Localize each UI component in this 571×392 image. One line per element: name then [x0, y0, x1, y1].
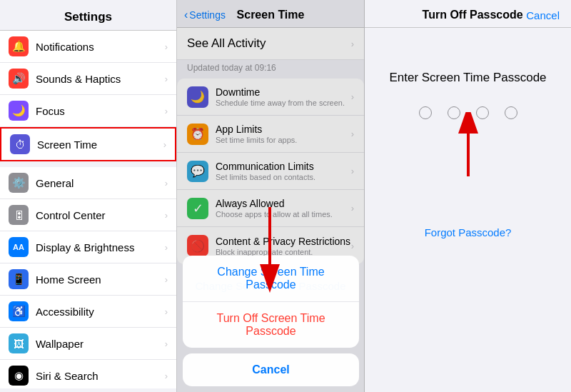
settings-item-display[interactable]: AA Display & Brightness ›: [0, 231, 176, 263]
sounds-label: Sounds & Haptics: [36, 73, 165, 85]
settings-item-accessibility[interactable]: ♿ Accessibility ›: [0, 296, 176, 328]
focus-icon: 🌙: [9, 101, 29, 121]
display-chevron: ›: [165, 242, 168, 253]
siri-chevron: ›: [165, 371, 168, 381]
turnoff-cancel-button[interactable]: Cancel: [526, 9, 560, 21]
focus-label: Focus: [36, 105, 165, 117]
settings-item-general[interactable]: ⚙️ General ›: [0, 167, 176, 199]
controlcenter-label: Control Center: [36, 209, 165, 221]
popup-cancel-button[interactable]: Cancel: [183, 353, 359, 386]
screentime-label: Screen Time: [37, 139, 163, 151]
homescreen-label: Home Screen: [36, 273, 165, 286]
notifications-chevron: ›: [165, 41, 168, 52]
homescreen-chevron: ›: [165, 274, 168, 285]
accessibility-label: Accessibility: [36, 306, 165, 318]
general-label: General: [36, 177, 165, 189]
passcode-dot-4: [505, 106, 517, 119]
accessibility-icon: ♿: [9, 301, 29, 321]
settings-item-controlcenter[interactable]: 🎛 Control Center ›: [0, 199, 176, 231]
focus-chevron: ›: [165, 106, 168, 116]
siri-icon: ◉: [9, 366, 29, 386]
turnoff-title: Turn Off Passcode: [423, 9, 523, 21]
forgot-passcode-link[interactable]: Forgot Passcode?: [425, 226, 512, 238]
passcode-prompt: Enter Screen Time Passcode: [389, 71, 546, 85]
settings-divider: [0, 161, 176, 167]
wallpaper-chevron: ›: [165, 338, 168, 349]
notifications-label: Notifications: [36, 41, 165, 53]
notifications-icon: 🔔: [9, 36, 29, 56]
settings-item-focus[interactable]: 🌙 Focus ›: [0, 95, 176, 127]
settings-item-screentime[interactable]: ⏱ Screen Time ›: [0, 127, 176, 161]
settings-item-notifications[interactable]: 🔔 Notifications ›: [0, 31, 176, 63]
screentime-chevron: ›: [163, 139, 166, 150]
sounds-chevron: ›: [165, 74, 168, 84]
popup-menu: Change Screen Time Passcode Turn Off Scr…: [183, 256, 359, 386]
sounds-icon: 🔊: [9, 69, 29, 89]
passcode-dot-1: [419, 106, 432, 119]
turnoff-passcode-option[interactable]: Turn Off Screen Time Passcode: [183, 302, 359, 348]
settings-item-wallpaper[interactable]: 🖼 Wallpaper ›: [0, 328, 176, 360]
turnoff-navbar: Turn Off Passcode Cancel: [365, 0, 571, 28]
popup-overlay: Change Screen Time Passcode Turn Off Scr…: [177, 0, 365, 392]
red-arrow-up: [440, 112, 497, 184]
wallpaper-icon: 🖼: [9, 333, 29, 353]
homescreen-icon: 📱: [9, 269, 29, 289]
settings-item-siri[interactable]: ◉ Siri & Search ›: [0, 360, 176, 388]
display-label: Display & Brightness: [36, 241, 165, 253]
settings-list: 🔔 Notifications › 🔊 Sounds & Haptics › 🌙…: [0, 31, 176, 388]
change-passcode-option[interactable]: Change Screen Time Passcode: [183, 256, 359, 302]
siri-label: Siri & Search: [36, 370, 165, 382]
general-chevron: ›: [165, 178, 168, 189]
controlcenter-chevron: ›: [165, 210, 168, 221]
settings-item-sounds[interactable]: 🔊 Sounds & Haptics ›: [0, 63, 176, 95]
controlcenter-icon: 🎛: [9, 205, 29, 225]
wallpaper-label: Wallpaper: [36, 338, 165, 350]
settings-panel: Settings 🔔 Notifications › 🔊 Sounds & Ha…: [0, 0, 177, 392]
accessibility-chevron: ›: [165, 306, 168, 317]
settings-title: Settings: [0, 0, 176, 31]
popup-options: Change Screen Time Passcode Turn Off Scr…: [183, 256, 359, 348]
screentime-icon: ⏱: [10, 134, 30, 154]
settings-item-homescreen[interactable]: 📱 Home Screen ›: [0, 263, 176, 296]
turnoff-panel: Turn Off Passcode Cancel Enter Screen Ti…: [365, 0, 571, 392]
general-icon: ⚙️: [9, 173, 29, 193]
display-icon: AA: [9, 237, 29, 257]
turnoff-content: Enter Screen Time Passcode Forgot Passco…: [365, 28, 571, 238]
